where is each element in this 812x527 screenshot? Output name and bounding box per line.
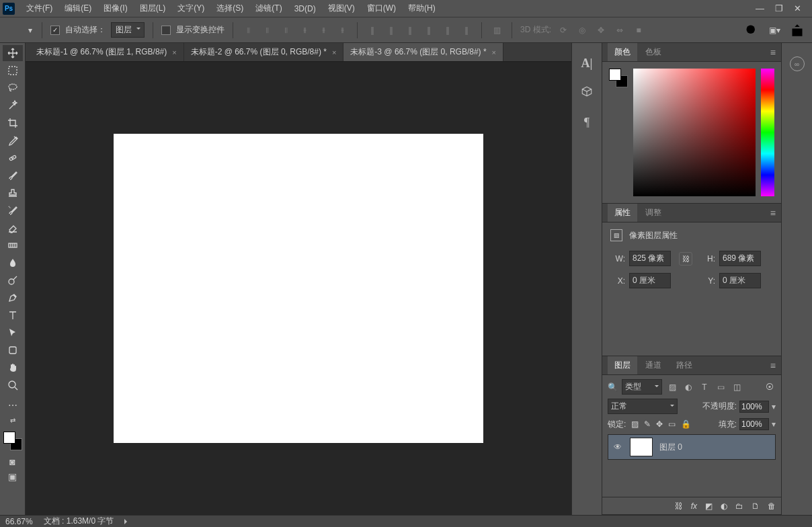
layers-panel-menu-icon[interactable]: ≡ (770, 360, 776, 371)
auto-align-icon[interactable]: ▥ (490, 24, 503, 37)
zoom-level[interactable]: 66.67% (5, 517, 33, 526)
menu-文件(F)[interactable]: 文件(F) (20, 0, 58, 17)
blur-tool[interactable] (3, 255, 23, 271)
healing-tool[interactable] (3, 150, 23, 166)
search-icon[interactable] (745, 24, 758, 37)
height-field[interactable]: 689 像素 (719, 251, 761, 266)
menu-窗口(W)[interactable]: 窗口(W) (361, 0, 402, 17)
visibility-icon[interactable]: 👁 (612, 442, 623, 452)
lock-artboard-icon[interactable]: ▭ (668, 419, 676, 429)
hand-tool[interactable] (3, 360, 23, 376)
auto-select-dropdown[interactable]: 图层 (111, 22, 145, 38)
path-select-tool[interactable] (3, 325, 23, 341)
opacity-field[interactable] (739, 401, 769, 413)
magic-wand-tool[interactable] (3, 97, 23, 114)
lasso-tool[interactable] (3, 80, 23, 96)
auto-select-checkbox[interactable] (50, 26, 60, 35)
tab-channels[interactable]: 通道 (639, 356, 668, 374)
eraser-tool[interactable] (3, 220, 23, 236)
menu-图层(L)[interactable]: 图层(L) (134, 0, 172, 17)
brush-tool[interactable] (3, 167, 23, 184)
status-flyout-icon[interactable] (124, 519, 130, 524)
close-tab-icon[interactable]: × (492, 48, 496, 56)
zoom-tool[interactable] (3, 377, 23, 393)
layer-name[interactable]: 图层 0 (659, 442, 682, 453)
chevron-down-icon[interactable]: ▾ (27, 24, 34, 37)
restore-button[interactable]: ❐ (775, 3, 783, 13)
hue-slider[interactable] (761, 69, 774, 196)
tab-adjustments[interactable]: 调整 (639, 204, 668, 222)
align-bottom-icon[interactable]: ⫵ (335, 24, 349, 37)
canvas[interactable] (114, 134, 483, 443)
document-tab[interactable]: 未标题-2 @ 66.7% (图层 0, RGB/8#) *× (184, 43, 344, 61)
close-button[interactable]: ✕ (794, 3, 801, 13)
tab-color[interactable]: 颜色 (608, 43, 637, 61)
menu-视图(V)[interactable]: 视图(V) (322, 0, 361, 17)
cc-libraries-icon[interactable]: ∞ (790, 56, 805, 71)
lock-all-icon[interactable]: 🔒 (681, 419, 691, 429)
edit-toolbar-icon[interactable]: ⋯ (3, 399, 23, 412)
canvas-viewport[interactable] (26, 62, 571, 515)
filter-shape-icon[interactable]: ▭ (715, 382, 727, 392)
dodge-tool[interactable] (3, 272, 23, 288)
pen-tool[interactable] (3, 290, 23, 306)
menu-滤镜(T)[interactable]: 滤镜(T) (249, 0, 288, 17)
distribute-bottom-icon[interactable]: ‖ (403, 24, 417, 37)
distribute-left-icon[interactable]: ‖ (422, 24, 436, 37)
tab-swatches[interactable]: 色板 (639, 43, 668, 61)
3d-camera-icon[interactable]: ■ (632, 24, 645, 37)
x-field[interactable]: 0 厘米 (629, 273, 671, 288)
3d-slide-icon[interactable]: ⇔ (613, 24, 626, 37)
filter-smart-icon[interactable]: ◫ (731, 382, 743, 392)
align-top-icon[interactable]: ⫵ (298, 24, 311, 37)
distribute-vcenter-icon[interactable]: ‖ (384, 24, 398, 37)
eyedropper-tool[interactable] (3, 132, 23, 149)
menu-文字(Y)[interactable]: 文字(Y) (171, 0, 210, 17)
filter-toggle-icon[interactable]: ⦿ (764, 382, 776, 392)
color-fgbg[interactable] (609, 69, 628, 87)
tab-properties[interactable]: 属性 (608, 204, 637, 222)
properties-panel-menu-icon[interactable]: ≡ (770, 208, 776, 218)
filter-adjust-icon[interactable]: ◐ (682, 382, 694, 392)
screenmode-icon[interactable]: ▣ (3, 470, 23, 483)
link-layers-icon[interactable]: ⛓ (675, 501, 683, 511)
filter-text-icon[interactable]: T (698, 382, 710, 392)
menu-编辑(E)[interactable]: 编辑(E) (58, 0, 97, 17)
distribute-right-icon[interactable]: ‖ (460, 24, 473, 37)
mask-icon[interactable]: ◩ (705, 501, 713, 511)
menu-选择(S)[interactable]: 选择(S) (210, 0, 249, 17)
color-field[interactable] (633, 69, 756, 196)
move-tool[interactable] (3, 45, 23, 61)
menu-图像(I)[interactable]: 图像(I) (97, 0, 133, 17)
swap-colors-icon[interactable]: ⇄ (3, 413, 23, 427)
align-vcenter-icon[interactable]: ⫵ (317, 24, 330, 37)
lock-brush-icon[interactable]: ✎ (644, 419, 651, 429)
tab-layers[interactable]: 图层 (608, 356, 637, 374)
group-icon[interactable]: 🗀 (735, 501, 743, 511)
align-left-icon[interactable]: ⫴ (241, 24, 255, 37)
color-panel-menu-icon[interactable]: ≡ (770, 47, 776, 58)
trash-icon[interactable]: 🗑 (768, 501, 776, 511)
fill-field[interactable] (739, 418, 769, 430)
character-panel-icon[interactable]: A| (581, 56, 593, 71)
layer-thumbnail[interactable] (630, 438, 653, 456)
close-tab-icon[interactable]: × (332, 48, 336, 56)
fg-bg-colors[interactable] (3, 432, 22, 450)
menu-帮助(H)[interactable]: 帮助(H) (402, 0, 442, 17)
filter-pixel-icon[interactable]: ▨ (666, 382, 678, 392)
distribute-top-icon[interactable]: ‖ (366, 24, 379, 37)
width-field[interactable]: 825 像素 (629, 251, 671, 266)
y-field[interactable]: 0 厘米 (719, 273, 761, 288)
3d-pan-icon[interactable]: ✥ (594, 24, 608, 37)
lock-position-icon[interactable]: ✥ (656, 419, 663, 429)
share-icon[interactable] (790, 24, 804, 37)
text-tool[interactable] (3, 307, 23, 323)
marquee-tool[interactable] (3, 63, 23, 79)
new-layer-icon[interactable]: 🗋 (752, 501, 760, 511)
workspace-icon[interactable]: ▣▾ (768, 24, 781, 37)
document-tab[interactable]: 未标题-1 @ 66.7% (图层 1, RGB/8#)× (30, 43, 184, 61)
filter-kind-dropdown[interactable]: 类型 (622, 379, 662, 395)
align-hcenter-icon[interactable]: ⫴ (260, 24, 274, 37)
minimize-button[interactable]: — (756, 3, 764, 13)
crop-tool[interactable] (3, 115, 23, 131)
